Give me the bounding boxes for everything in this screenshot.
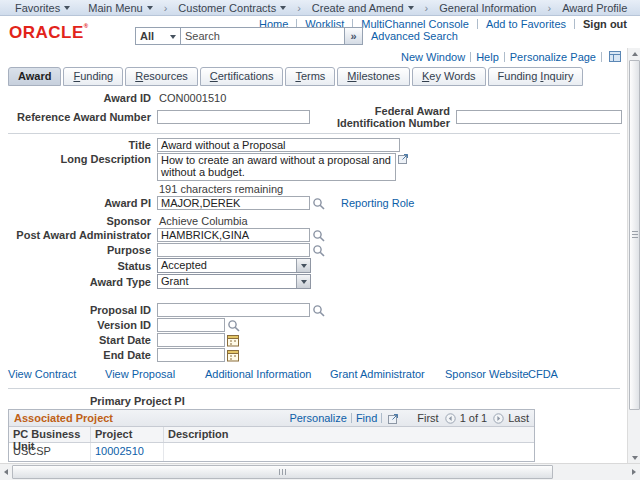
search-scope-select[interactable]: All [135, 27, 181, 45]
version-id-label: Version ID [8, 319, 157, 331]
long-description-field[interactable]: How to create an award without a proposa… [157, 153, 396, 181]
tab-funding[interactable]: Funding [63, 67, 123, 86]
proposal-id-field[interactable] [157, 303, 310, 317]
view-contract-link[interactable]: View Contract [8, 368, 76, 380]
start-date-field[interactable] [157, 333, 225, 347]
breadcrumb-favorites-label: Favorites [15, 2, 60, 14]
oracle-logo: ORACLE® [9, 23, 89, 43]
page-indicator: 1 of 1 [460, 412, 488, 424]
award-id-label: Award ID [8, 92, 157, 104]
description-cell [164, 443, 534, 461]
column-header-description: Description [164, 427, 534, 442]
search-input[interactable] [181, 27, 345, 45]
breadcrumb-general-information[interactable]: General Information [432, 2, 543, 14]
nav-link-add-to-favorites[interactable]: Add to Favorites [486, 18, 566, 30]
scroll-right-button[interactable] [628, 464, 640, 480]
advanced-search-link[interactable]: Advanced Search [371, 30, 458, 42]
grid-header: Associated Project Personalize Find Firs… [9, 410, 534, 427]
lookup-icon[interactable] [227, 319, 240, 332]
end-date-field[interactable] [157, 348, 225, 362]
reporting-role-link[interactable]: Reporting Role [341, 197, 414, 209]
breadcrumb-separator-icon [547, 2, 551, 14]
grip-icon [632, 231, 638, 238]
award-type-label: Award Type [8, 276, 157, 288]
calendar-icon[interactable] [227, 334, 239, 347]
title-field[interactable] [157, 138, 400, 152]
calendar-icon[interactable] [227, 349, 239, 362]
breadcrumb-separator-icon [425, 2, 429, 14]
breadcrumb-main-menu[interactable]: Main Menu [81, 2, 159, 14]
view-proposal-link[interactable]: View Proposal [105, 368, 175, 380]
grip-icon [279, 469, 286, 475]
view-all-icon[interactable] [388, 413, 399, 424]
arrow-left-icon [4, 469, 8, 475]
first-label: First [417, 412, 438, 424]
horizontal-scrollbar[interactable] [0, 463, 640, 480]
tab-terms[interactable]: Terms [285, 67, 335, 86]
personalize-link[interactable]: Personalize [289, 412, 346, 424]
chevron-down-icon [408, 6, 414, 10]
separator [470, 52, 471, 62]
reference-award-number-field[interactable] [157, 110, 310, 124]
grid-toolbar: Personalize Find First 1 of 1 Last [289, 412, 529, 424]
scroll-up-button[interactable] [628, 48, 640, 59]
divider [8, 388, 620, 389]
layout-grid-icon[interactable] [609, 51, 621, 62]
award-type-select[interactable]: Grant [157, 274, 311, 289]
previous-page-icon[interactable] [445, 413, 456, 424]
purpose-field[interactable] [157, 243, 310, 257]
help-link[interactable]: Help [476, 51, 499, 63]
sign-out-link[interactable]: Sign out [583, 18, 627, 30]
additional-information-link[interactable]: Additional Information [205, 368, 311, 380]
personalize-page-link[interactable]: Personalize Page [510, 51, 596, 63]
breadcrumb: Favorites Main Menu Customer Contracts C… [0, 0, 640, 16]
find-link[interactable]: Find [356, 412, 377, 424]
long-description-label: Long Description [8, 153, 157, 165]
version-id-field[interactable] [157, 318, 225, 332]
award-pi-field[interactable] [157, 196, 310, 210]
tab-certifications[interactable]: Certifications [200, 67, 284, 86]
expand-icon[interactable] [398, 153, 409, 164]
search-go-button[interactable] [345, 27, 363, 45]
tab-key-words[interactable]: Key Words [412, 67, 486, 86]
lookup-icon[interactable] [312, 304, 325, 317]
chevron-down-icon [147, 6, 153, 10]
related-links-row: View Contract View Proposal Additional I… [0, 368, 640, 381]
breadcrumb-award-profile[interactable]: Award Profile [555, 2, 634, 14]
grant-administrator-link[interactable]: Grant Administrator [330, 368, 425, 380]
lookup-icon[interactable] [312, 197, 325, 210]
tab-strip: Award Funding Resources Certifications T… [8, 67, 640, 86]
characters-remaining-text: 191 characters remaining [157, 183, 283, 195]
status-select[interactable]: Accepted [157, 258, 311, 273]
breadcrumb-separator-icon [164, 2, 168, 14]
horizontal-scrollbar-thumb[interactable] [12, 465, 553, 479]
lookup-icon[interactable] [312, 229, 325, 242]
tab-funding-inquiry[interactable]: Funding Inquiry [488, 67, 584, 86]
cfda-link[interactable]: CFDA [528, 368, 558, 380]
project-link[interactable]: 10002510 [95, 445, 144, 457]
tab-milestones[interactable]: Milestones [337, 67, 410, 86]
vertical-scrollbar-thumb[interactable] [629, 60, 640, 410]
reference-award-number-label: Reference Award Number [8, 111, 157, 123]
new-window-link[interactable]: New Window [401, 51, 465, 63]
scroll-down-button[interactable] [628, 452, 640, 463]
vertical-scrollbar[interactable] [627, 48, 640, 463]
chevron-down-icon [170, 35, 176, 39]
award-form: Award ID CON0001510 Reference Award Numb… [0, 91, 640, 480]
scroll-left-button[interactable] [0, 464, 12, 480]
lookup-icon[interactable] [312, 244, 325, 257]
grid-column-headers: PC Business Unit Project Description [9, 427, 534, 443]
federal-award-id-number-field[interactable] [456, 110, 622, 124]
sponsor-website-link[interactable]: Sponsor Website [445, 368, 529, 380]
proposal-id-label: Proposal ID [8, 304, 157, 316]
breadcrumb-favorites[interactable]: Favorites [8, 2, 77, 14]
tab-award[interactable]: Award [8, 67, 61, 86]
next-page-icon[interactable] [493, 413, 504, 424]
breadcrumb-create-and-amend[interactable]: Create and Amend [305, 2, 421, 14]
start-date-label: Start Date [8, 334, 157, 346]
breadcrumb-separator-icon [297, 2, 301, 14]
tab-resources[interactable]: Resources [125, 67, 198, 86]
post-award-administrator-field[interactable] [157, 228, 310, 242]
breadcrumb-customer-contracts[interactable]: Customer Contracts [171, 2, 293, 14]
separator [381, 413, 382, 423]
